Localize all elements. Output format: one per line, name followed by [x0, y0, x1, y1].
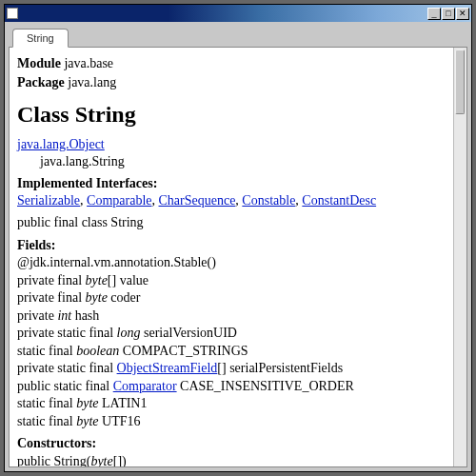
fields-header: Fields:: [17, 237, 444, 254]
field-line: static final boolean COMPACT_STRINGS: [17, 343, 444, 360]
ctor-param-type: byte: [90, 454, 112, 467]
tab-row: String: [5, 22, 471, 47]
field-type: byte: [76, 396, 98, 410]
field-rest: coder: [108, 290, 141, 305]
field-pre: static final: [17, 414, 76, 428]
field-line: private int hash: [17, 307, 444, 325]
ctor-mid: []): [113, 454, 127, 467]
field-type-link[interactable]: ObjectStreamField: [117, 361, 218, 375]
package-value: java.lang: [68, 75, 116, 89]
field-rest: UTF16: [99, 414, 141, 428]
package-label: Package: [17, 75, 65, 89]
interface-link[interactable]: Constable: [242, 193, 295, 208]
field-pre: static final: [17, 396, 76, 410]
hierarchy-self: java.lang.String: [17, 153, 444, 170]
field-pre: private static final: [17, 326, 117, 340]
content-wrapper: Module java.base Package java.lang Class…: [9, 47, 467, 467]
field-line: private final byte coder: [17, 289, 444, 307]
field-line: static final byte UTF16: [17, 413, 444, 430]
field-pre: @jdk.internal.vm.annotation.Stable(): [17, 255, 216, 269]
field-line: private final byte[] value: [17, 272, 444, 289]
field-rest: hash: [71, 308, 99, 323]
close-button[interactable]: ✕: [456, 8, 469, 20]
field-line: private static final long serialVersionU…: [17, 325, 444, 342]
field-type: byte: [86, 273, 108, 288]
implemented-interfaces-header: Implemented Interfaces:: [17, 175, 444, 192]
field-pre: private: [17, 308, 57, 323]
doc-content: Module java.base Package java.lang Class…: [10, 48, 453, 466]
field-line: @jdk.internal.vm.annotation.Stable(): [17, 254, 444, 271]
constructors-list: public String(byte[])public String(byte[…: [17, 453, 444, 467]
separator: ,: [152, 193, 159, 208]
titlebar-left: [7, 8, 22, 19]
field-type: byte: [76, 414, 98, 428]
interface-link[interactable]: Serializable: [17, 193, 80, 208]
class-title: Class String: [17, 100, 444, 129]
field-type: boolean: [76, 344, 119, 358]
field-pre: private final: [17, 290, 86, 305]
field-rest: [] value: [108, 273, 149, 288]
window-controls: _ □ ✕: [427, 8, 469, 20]
constructors-header: Constructors:: [17, 435, 444, 452]
field-type: int: [57, 308, 71, 323]
field-line: static final byte LATIN1: [17, 395, 444, 412]
constructor-line: public String(byte[]): [17, 453, 444, 467]
titlebar: _ □ ✕: [5, 5, 471, 22]
field-type: long: [117, 326, 141, 340]
ctor-pre: public String(: [17, 454, 90, 467]
field-rest: LATIN1: [99, 396, 148, 410]
field-line: public static final Comparator CASE_INSE…: [17, 378, 444, 395]
field-type: byte: [86, 290, 108, 305]
module-label: Module: [17, 56, 61, 70]
app-icon: [7, 8, 18, 19]
hierarchy-parent-link[interactable]: java.lang.Object: [17, 137, 105, 151]
module-value: java.base: [64, 56, 113, 70]
field-pre: static final: [17, 344, 76, 358]
class-declaration: public final class String: [17, 214, 444, 231]
hierarchy: java.lang.Object java.lang.String: [17, 136, 444, 169]
field-type-link[interactable]: Comparator: [113, 379, 177, 393]
field-line: private static final ObjectStreamField[]…: [17, 360, 444, 377]
minimize-button[interactable]: _: [427, 8, 441, 20]
scroll-thumb[interactable]: [455, 50, 465, 114]
package-line: Package java.lang: [17, 74, 444, 91]
vertical-scrollbar[interactable]: [453, 48, 466, 466]
window-frame: _ □ ✕ String Module java.base Package ja…: [4, 4, 472, 472]
field-rest: CASE_INSENSITIVE_ORDER: [177, 379, 354, 393]
interface-link[interactable]: Comparable: [87, 193, 151, 208]
interface-link[interactable]: ConstantDesc: [302, 193, 376, 208]
maximize-button[interactable]: □: [442, 8, 455, 20]
implemented-interfaces-list: Serializable, Comparable, CharSequence, …: [17, 192, 444, 209]
field-pre: public static final: [17, 379, 113, 393]
field-pre: private final: [17, 273, 86, 288]
field-rest: [] serialPersistentFields: [217, 361, 343, 375]
field-rest: serialVersionUID: [140, 326, 236, 340]
field-rest: COMPACT_STRINGS: [119, 344, 248, 358]
interface-link[interactable]: CharSequence: [159, 193, 236, 208]
module-line: Module java.base: [17, 55, 444, 72]
tab-string[interactable]: String: [12, 29, 69, 48]
fields-list: @jdk.internal.vm.annotation.Stable()priv…: [17, 254, 444, 429]
field-pre: private static final: [17, 361, 117, 375]
